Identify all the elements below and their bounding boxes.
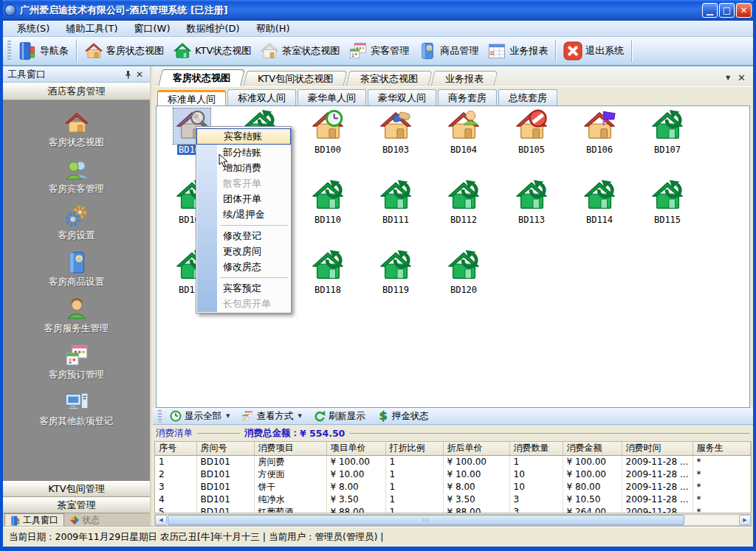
table-row[interactable]: 5BD101红葡萄酒¥ 88.001¥ 88.003¥ 264.002009-1… <box>155 506 751 514</box>
table-row[interactable]: 3BD101饼干¥ 8.001¥ 8.0010¥ 80.002009-11-28… <box>155 481 751 493</box>
scrollbar-thumb[interactable] <box>168 515 684 525</box>
room-BD106[interactable]: BD106 <box>566 108 633 179</box>
house-icon <box>447 249 481 283</box>
horizontal-scrollbar[interactable]: ◀ ▶ <box>154 514 752 526</box>
chevron-down-icon[interactable]: ▼ <box>226 413 230 419</box>
room-BD118[interactable]: BD118 <box>294 249 362 319</box>
menu-item-data-maintenance[interactable]: 数据维护(D) <box>179 21 248 37</box>
table-cell: 1 <box>385 506 443 514</box>
toolbar-button-business-report[interactable]: 业务报表 <box>483 39 552 63</box>
table-column-header[interactable]: 消费项目 <box>254 442 326 455</box>
toolbar-button-exit-system[interactable]: 退出系统 <box>559 39 628 63</box>
context-menu-item-modify-registration[interactable]: 修改登记 <box>196 228 291 243</box>
menu-item-window[interactable]: 窗口(W) <box>126 21 179 37</box>
table-column-header[interactable]: 项目单价 <box>326 442 385 455</box>
room-BD103[interactable]: BD103 <box>362 108 430 179</box>
sidebar-tab-status[interactable]: 状态 <box>64 513 105 527</box>
room-BD100[interactable]: BD100 <box>294 108 362 179</box>
room-type-tab-std-single[interactable]: 标准单人间 <box>157 90 226 106</box>
close-panel-icon[interactable]: ✕ <box>134 69 145 80</box>
sidebar-item-label: 客房其他款项登记 <box>40 415 114 428</box>
toolbar-button-nav-bar[interactable]: 导航条 <box>13 39 73 63</box>
sidebar-item-room-guest-mgmt[interactable]: 客房宾客管理 <box>3 157 150 204</box>
context-menu-item-change-room[interactable]: 更改房间 <box>196 243 291 259</box>
sidebar-group-tea-room-mgmt[interactable]: 茶室管理 <box>3 497 150 513</box>
room-label: BD113 <box>517 215 546 225</box>
sidebar-item-room-booking-mgmt[interactable]: 客房预订管理 <box>3 343 150 389</box>
sidebar-item-room-waiter-mgmt[interactable]: 客房服务生管理 <box>3 297 150 343</box>
view-toolbar-button-view-mode[interactable]: 查看方式 ▼ <box>236 410 307 423</box>
context-menu-item-partial-checkout[interactable]: 部分结账 <box>196 145 291 160</box>
tab-list-dropdown-icon[interactable]: ▼ <box>726 74 730 81</box>
table-column-header[interactable]: 序号 <box>155 442 196 455</box>
sidebar-group-hotel-room-mgmt[interactable]: 酒店客房管理 <box>3 83 150 100</box>
room-BD112[interactable]: BD112 <box>430 179 498 249</box>
close-button[interactable]: ✕ <box>736 3 752 18</box>
table-column-header[interactable]: 打折比例 <box>385 442 443 455</box>
sidebar-item-room-product-settings[interactable]: 客房商品设置 <box>3 250 150 297</box>
view-toolbar-button-show-all[interactable]: 显示全部 ▼ <box>164 410 236 423</box>
room-BD110[interactable]: BD110 <box>294 179 362 249</box>
room-type-tab-business-suite[interactable]: 商务套房 <box>438 89 497 105</box>
table-column-header[interactable]: 房间号 <box>196 442 254 455</box>
scroll-right-arrow-icon[interactable]: ▶ <box>739 515 751 525</box>
pin-icon[interactable] <box>122 69 134 80</box>
context-menu-item-longterm-open-bill[interactable]: 长包房开单 <box>196 296 291 311</box>
room-BD120[interactable]: BD120 <box>430 249 498 319</box>
toolbar-button-room-status-view[interactable]: 客房状态视图 <box>80 39 168 63</box>
table-row[interactable]: 1BD101房间费¥ 100.001¥ 100.001¥ 100.002009-… <box>155 455 751 468</box>
table-column-header[interactable]: 消费时间 <box>622 442 693 455</box>
menu-item-system[interactable]: 系统(S) <box>9 21 58 37</box>
view-toolbar-button-refresh-display[interactable]: 刷新显示 <box>308 410 371 423</box>
toolbar-button-guest-mgmt[interactable]: 宾客管理 <box>344 39 413 63</box>
room-BD114[interactable]: BD114 <box>566 179 633 249</box>
context-menu-item-add-consumption[interactable]: 增加消费 <box>196 160 291 176</box>
doc-tab-business-report[interactable]: 业务报表 <box>431 71 498 86</box>
table-row[interactable]: 2BD101方便面¥ 10.001¥ 10.0010¥ 100.002009-1… <box>155 468 751 481</box>
context-menu-item-guest-reservation[interactable]: 宾客预定 <box>196 280 291 296</box>
table-cell: ¥ 80.00 <box>563 481 622 493</box>
context-menu-item-renew-refund-deposit[interactable]: 续/退押金 <box>196 207 291 222</box>
minimize-button[interactable]: ▁ <box>702 3 718 18</box>
room-BD111[interactable]: BD111 <box>362 179 430 249</box>
toolbar-grip[interactable] <box>158 410 162 423</box>
doc-tab-tea-status-view[interactable]: 茶室状态视图 <box>346 71 433 86</box>
sidebar-group-ktv-room-mgmt[interactable]: KTV包间管理 <box>3 481 150 497</box>
table-column-header[interactable]: 服务生 <box>693 442 751 455</box>
context-menu-item-group-open-bill[interactable]: 团体开单 <box>196 191 291 207</box>
context-menu-item-change-room-status[interactable]: 修改房态 <box>196 259 291 274</box>
table-column-header[interactable]: 折后单价 <box>443 442 509 455</box>
room-BD107[interactable]: BD107 <box>633 108 701 179</box>
table-column-header[interactable]: 消费数量 <box>509 442 563 455</box>
sidebar-tab-tool-window[interactable]: 工具窗口 <box>4 513 64 527</box>
close-view-icon[interactable]: ✕ <box>738 72 746 83</box>
table-column-header[interactable]: 消费金额 <box>563 442 622 455</box>
room-type-tab-std-double[interactable]: 标准双人间 <box>227 89 296 105</box>
doc-tab-ktv-room-status-view[interactable]: KTV包间状态视图 <box>243 71 348 86</box>
room-BD119[interactable]: BD119 <box>362 249 430 319</box>
table-row[interactable]: 4BD101纯净水¥ 3.501¥ 3.503¥ 10.502009-11-28… <box>155 493 751 506</box>
room-type-tab-deluxe-single[interactable]: 豪华单人间 <box>298 89 366 105</box>
context-menu-item-walkin-open-bill[interactable]: 散客开单 <box>196 176 291 191</box>
toolbar-button-product-mgmt[interactable]: 商品管理 <box>413 39 483 63</box>
context-menu-item-guest-checkout[interactable]: 宾客结账 <box>196 128 291 145</box>
room-BD115[interactable]: BD115 <box>633 179 701 249</box>
menu-item-help[interactable]: 帮助(H) <box>248 21 298 37</box>
maximize-button[interactable]: □ <box>719 3 735 18</box>
room-BD105[interactable]: BD105 <box>498 108 566 179</box>
menu-item-aux-tools[interactable]: 辅助工具(T) <box>58 21 126 37</box>
room-type-tab-president-suite[interactable]: 总统套房 <box>498 89 557 105</box>
scroll-left-arrow-icon[interactable]: ◀ <box>155 515 167 525</box>
sidebar-item-room-settings[interactable]: 客房设置 <box>3 204 150 250</box>
sidebar-item-room-status-view[interactable]: 客房状态视图 <box>3 111 150 157</box>
doc-tab-room-status-view[interactable]: 客房状态视图 <box>158 69 245 86</box>
room-BD104[interactable]: BD104 <box>430 108 498 179</box>
toolbar-grip[interactable] <box>7 41 11 61</box>
toolbar-button-tea-status-view[interactable]: 茶室状态视图 <box>255 39 344 63</box>
view-toolbar-button-deposit-status[interactable]: $ 押金状态 <box>371 410 435 423</box>
toolbar-button-ktv-status-view[interactable]: KTV状态视图 <box>168 39 255 63</box>
room-type-tab-deluxe-double[interactable]: 豪华双人间 <box>368 89 436 105</box>
room-BD113[interactable]: BD113 <box>498 179 566 249</box>
sidebar-item-room-other-payments[interactable]: 客房其他款项登记 <box>3 389 150 436</box>
chevron-down-icon[interactable]: ▼ <box>298 413 301 419</box>
